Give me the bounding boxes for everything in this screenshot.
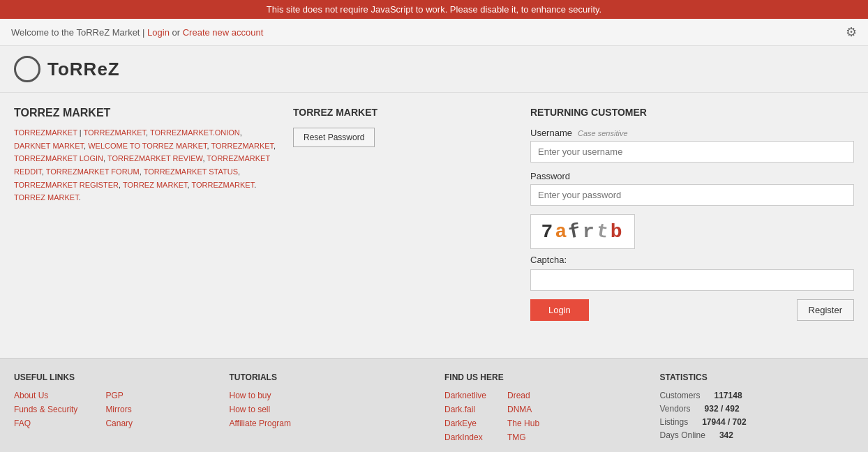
pgp-link[interactable]: PGP	[105, 391, 133, 400]
dread-link[interactable]: Dread	[507, 391, 539, 400]
login-link-2[interactable]: TORREZMARKET LOGIN	[14, 154, 103, 163]
top-banner: This site does not require JavaScript to…	[0, 0, 868, 19]
affiliate-program-link[interactable]: Affiliate Program	[230, 419, 424, 428]
create-account-link[interactable]: Create new account	[183, 27, 264, 38]
useful-links-col1: About Us Funds & Security FAQ	[14, 391, 77, 432]
username-group: Username Case sensitive	[530, 128, 854, 163]
button-row: Login Register	[530, 299, 854, 321]
darkfail-link[interactable]: Dark.fail	[444, 405, 486, 414]
torrez-market-link-2[interactable]: TORREZ MARKET	[14, 193, 79, 202]
login-button[interactable]: Login	[530, 299, 589, 321]
darkindex-link[interactable]: DarkIndex	[444, 432, 486, 442]
torrezmarket-link-3[interactable]: TORREZMARKET	[211, 142, 274, 150]
main-content: TORREZ MARKET TORREZMARKET | TORREZMARKE…	[0, 93, 868, 358]
register-link-2[interactable]: TORREZMARKET REGISTER	[14, 181, 119, 189]
left-heading: TORREZ MARKET	[14, 107, 279, 119]
stat-row-days: Days Online 342	[660, 430, 855, 440]
useful-links-section: USEFUL LINKS About Us Funds & Security F…	[14, 372, 209, 446]
register-button[interactable]: Register	[797, 299, 854, 321]
statistics-heading: STATISTICS	[660, 372, 855, 382]
stat-row-customers: Customers 117148	[660, 391, 855, 400]
or-text: or	[172, 27, 181, 38]
banner-text: This site does not require JavaScript to…	[267, 4, 601, 15]
username-label: Username Case sensitive	[530, 128, 854, 138]
welcome-text: Welcome to the ToRReZ Market |	[11, 27, 144, 38]
find-us-section: FIND US HERE Darknetlive Dark.fail DarkE…	[444, 372, 639, 446]
gear-icon[interactable]: ⚙	[846, 24, 857, 40]
about-us-link[interactable]: About Us	[14, 391, 77, 400]
footer: USEFUL LINKS About Us Funds & Security F…	[0, 358, 868, 452]
torrezmarket-link-1[interactable]: TORREZMARKET	[14, 128, 77, 137]
days-online-value: 342	[719, 430, 733, 440]
reset-password-button[interactable]: Reset Password	[293, 128, 375, 147]
nav-welcome: Welcome to the ToRReZ Market | Login or …	[11, 27, 263, 38]
status-link[interactable]: TORREZMARKET STATUS	[144, 167, 238, 176]
review-link[interactable]: TORREZMARKET REVIEW	[107, 154, 203, 163]
torrezmarket-onion-link[interactable]: TORREZMARKET.ONION	[150, 128, 240, 137]
welcome-link[interactable]: WELCOME TO TORREZ MARKET	[88, 142, 207, 150]
dnma-link[interactable]: DNMA	[507, 405, 539, 414]
case-sensitive-label: Case sensitive	[578, 129, 628, 137]
useful-links-col2: PGP Mirrors Canary	[105, 391, 133, 432]
find-us-heading: FIND US HERE	[444, 372, 639, 382]
captcha-label: Captcha:	[530, 255, 854, 265]
find-us-col2: Dread DNMA The Hub TMG	[507, 391, 539, 446]
middle-column: TORREZ MARKET Reset Password	[293, 107, 516, 344]
tmg-link[interactable]: TMG	[507, 432, 539, 442]
password-group: Password	[530, 171, 854, 206]
login-link[interactable]: Login	[147, 27, 170, 38]
useful-links-inner: About Us Funds & Security FAQ PGP Mirror…	[14, 391, 209, 432]
torrezmarket-link-2[interactable]: TORREZMARKET	[83, 128, 146, 137]
listings-value: 17944 / 702	[702, 417, 746, 427]
torrezmarket-link-4[interactable]: TORREZMARKET	[192, 181, 255, 189]
captcha-input[interactable]	[530, 269, 854, 291]
how-to-buy-link[interactable]: How to buy	[230, 391, 424, 400]
find-us-col1: Darknetlive Dark.fail DarkEye DarkIndex	[444, 391, 486, 446]
darkeye-link[interactable]: DarkEye	[444, 419, 486, 428]
left-column: TORREZ MARKET TORREZMARKET | TORREZMARKE…	[14, 107, 279, 344]
footer-grid: USEFUL LINKS About Us Funds & Security F…	[14, 372, 854, 446]
tutorials-section: TUTORIALS How to buy How to sell Affilia…	[230, 372, 424, 446]
statistics-section: STATISTICS Customers 117148 Vendors 932 …	[660, 372, 855, 446]
days-online-label: Days Online	[660, 430, 705, 440]
listings-label: Listings	[660, 417, 689, 427]
right-column: RETURNING CUSTOMER Username Case sensiti…	[530, 107, 854, 344]
header: ToRReZ	[0, 46, 868, 93]
password-input[interactable]	[530, 184, 854, 206]
mirrors-link[interactable]: Mirrors	[105, 405, 133, 414]
find-us-inner: Darknetlive Dark.fail DarkEye DarkIndex …	[444, 391, 639, 446]
torrez-market-link[interactable]: TORREZ MARKET	[123, 181, 188, 189]
vendors-value: 932 / 492	[705, 404, 740, 414]
how-to-sell-link[interactable]: How to sell	[230, 405, 424, 414]
returning-customer-heading: RETURNING CUSTOMER	[530, 107, 854, 118]
captcha-image: 7afrtb	[530, 214, 635, 249]
captcha-display: 7afrtb	[541, 221, 624, 243]
stat-row-listings: Listings 17944 / 702	[660, 417, 855, 427]
stat-row-vendors: Vendors 932 / 492	[660, 404, 855, 414]
darknetlive-link[interactable]: Darknetlive	[444, 391, 486, 400]
username-input[interactable]	[530, 141, 854, 163]
forum-link[interactable]: TORREZMARKET FORUM	[46, 167, 140, 176]
logo-text: ToRReZ	[47, 59, 120, 80]
nav-bar: Welcome to the ToRReZ Market | Login or …	[0, 19, 868, 46]
middle-heading: TORREZ MARKET	[293, 107, 516, 118]
vendors-label: Vendors	[660, 404, 691, 414]
canary-link[interactable]: Canary	[105, 419, 133, 428]
funds-security-link[interactable]: Funds & Security	[14, 405, 77, 414]
password-label: Password	[530, 171, 854, 181]
the-hub-link[interactable]: The Hub	[507, 419, 539, 428]
customers-value: 117148	[714, 391, 742, 400]
captcha-group	[530, 269, 854, 291]
darknet-link[interactable]: DARKNET MARKET	[14, 142, 84, 150]
left-content: TORREZMARKET | TORREZMARKET, TORREZMARKE…	[14, 126, 279, 204]
customers-label: Customers	[660, 391, 701, 400]
tutorials-heading: TUTORIALS	[230, 372, 424, 382]
faq-link[interactable]: FAQ	[14, 419, 77, 428]
logo-circle	[14, 56, 40, 82]
useful-links-heading: USEFUL LINKS	[14, 372, 209, 382]
